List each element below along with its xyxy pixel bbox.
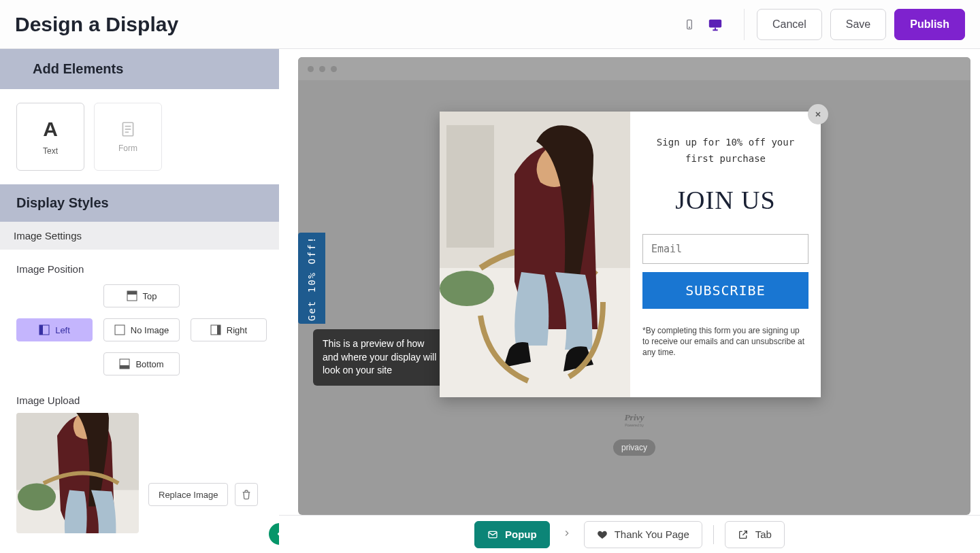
privy-logo-icon: Privy Powered by	[614, 411, 655, 429]
position-right-label: Right	[227, 325, 247, 335]
desktop-preview-button[interactable]	[707, 16, 723, 33]
image-upload-label: Image Upload	[16, 395, 263, 406]
window-dot	[331, 66, 337, 72]
mode-tab-button[interactable]: Tab	[725, 521, 785, 548]
svg-rect-21	[446, 125, 494, 248]
email-input[interactable]	[642, 234, 808, 264]
svg-point-22	[440, 271, 494, 306]
svg-rect-8	[127, 291, 137, 295]
position-none-button[interactable]: No Image	[103, 318, 180, 341]
chevron-right-icon	[561, 527, 573, 541]
element-form-label: Form	[118, 144, 137, 153]
element-text[interactable]: A Text	[16, 103, 84, 171]
popup-headline: JOIN US	[675, 185, 775, 215]
position-bottom-button[interactable]: Bottom	[103, 352, 180, 375]
mode-popup-label: Popup	[505, 529, 537, 540]
position-none-icon	[114, 324, 125, 335]
image-settings-panel: Image Position Top Left No Image Right	[0, 250, 279, 533]
svg-rect-11	[115, 325, 125, 335]
chevron-left-icon	[274, 529, 279, 539]
position-none-label: No Image	[131, 325, 169, 335]
close-popup-button[interactable]	[808, 104, 828, 124]
position-top-button[interactable]: Top	[103, 284, 180, 307]
svg-rect-10	[39, 325, 43, 335]
save-button[interactable]: Save	[830, 9, 886, 40]
position-left-icon	[39, 324, 50, 335]
preview-canvas: Get 10% Off! This is a preview of how an…	[279, 49, 980, 553]
popup-disclaimer: *By completing this form you are signing…	[642, 325, 808, 358]
header-actions: Cancel Save Publish	[681, 9, 965, 40]
svg-rect-2	[709, 19, 721, 27]
element-text-label: Text	[43, 146, 58, 156]
divider	[744, 9, 745, 40]
delete-image-button[interactable]	[235, 483, 258, 506]
close-icon	[814, 110, 822, 118]
preview-viewport: Get 10% Off! This is a preview of how an…	[298, 57, 970, 515]
svg-rect-15	[120, 365, 129, 369]
position-bottom-icon	[119, 358, 130, 369]
subscribe-button[interactable]: SUBSCRIBE	[642, 272, 808, 309]
popup-display: Sign up for 10% off your first purchase …	[440, 112, 821, 397]
powered-by-badge: Privy Powered by	[614, 411, 655, 431]
image-upload-row: Replace Image	[16, 413, 263, 533]
trash-icon	[241, 489, 252, 500]
position-right-icon	[210, 324, 221, 335]
svg-point-1	[689, 27, 689, 27]
mode-thankyou-button[interactable]: Thank You Page	[584, 521, 702, 548]
mobile-preview-button[interactable]	[681, 16, 698, 33]
page-title: Design a Display	[15, 13, 178, 36]
image-position-label: Image Position	[16, 263, 263, 275]
divider	[713, 525, 714, 544]
image-thumbnail[interactable]	[16, 413, 139, 533]
mode-thankyou-label: Thank You Page	[615, 529, 689, 540]
settings-sidebar: Add Elements A Text Form Display Styles …	[0, 49, 279, 553]
section-display-styles[interactable]: Display Styles	[0, 184, 279, 222]
popup-image	[440, 112, 630, 397]
heart-icon	[597, 529, 608, 540]
window-dot	[308, 66, 314, 72]
publish-button[interactable]: Publish	[894, 9, 965, 40]
side-tab-teaser[interactable]: Get 10% Off!	[298, 233, 325, 324]
popup-content: Sign up for 10% off your first purchase …	[630, 112, 821, 397]
browser-chrome	[298, 57, 970, 80]
image-actions: Replace Image	[148, 483, 258, 506]
position-right-button[interactable]: Right	[191, 318, 267, 341]
svg-rect-13	[217, 325, 220, 335]
position-left-button[interactable]: Left	[16, 318, 93, 341]
svg-text:Privy: Privy	[624, 412, 644, 422]
elements-row: A Text Form	[0, 89, 279, 184]
replace-image-button[interactable]: Replace Image	[148, 483, 228, 506]
position-bottom-label: Bottom	[135, 359, 163, 369]
section-image-settings[interactable]: Image Settings	[0, 222, 279, 250]
position-top-label: Top	[143, 291, 157, 301]
window-dot	[319, 66, 325, 72]
position-top-icon	[127, 290, 137, 301]
envelope-icon	[487, 529, 498, 540]
device-switcher	[681, 16, 723, 33]
element-form[interactable]: Form	[94, 103, 162, 171]
text-glyph-icon: A	[43, 118, 58, 141]
view-mode-bar: Popup Thank You Page Tab	[279, 515, 980, 553]
position-left-label: Left	[55, 325, 70, 335]
powered-by-text: Powered by	[625, 423, 644, 427]
mode-popup-button[interactable]: Popup	[474, 521, 550, 548]
cancel-button[interactable]: Cancel	[757, 9, 822, 40]
popup-kicker: Sign up for 10% off your first purchase	[642, 135, 808, 167]
preview-hint: This is a preview of how and where your …	[313, 329, 449, 386]
privacy-link[interactable]: privacy	[613, 439, 655, 456]
external-link-icon	[738, 529, 749, 540]
svg-point-18	[18, 484, 56, 511]
app-header: Design a Display Cancel Save Publish	[0, 0, 980, 49]
mode-tab-label: Tab	[755, 529, 772, 540]
section-add-elements[interactable]: Add Elements	[0, 49, 279, 89]
form-icon	[119, 120, 137, 138]
image-position-grid: Top Left No Image Right Bottom	[16, 284, 263, 375]
